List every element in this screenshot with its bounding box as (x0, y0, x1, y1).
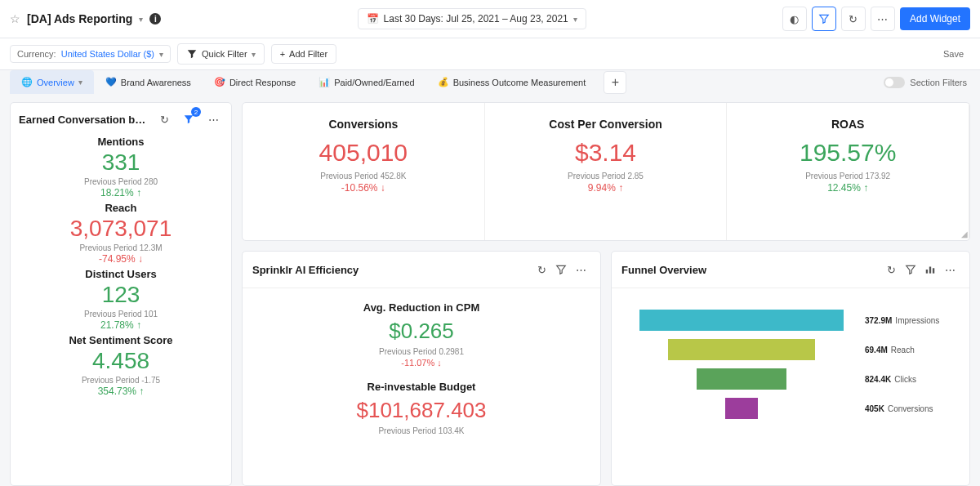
kpi-conversions: Conversions 405,010 Previous Period 452.… (243, 103, 485, 240)
funnel-icon (186, 48, 198, 60)
topbar-right: ◐ ↻ ⋯ Add Widget (782, 7, 970, 31)
chevron-down-icon: ▾ (78, 78, 82, 87)
card-body: 372.9MImpressions69.4MReach824.4KClicks4… (612, 288, 969, 485)
section-tabs: 🌐 Overview ▾ 💙 Brand Awareness 🎯 Direct … (0, 70, 980, 94)
funnel-icon (818, 13, 830, 25)
metric-reinvestable-budget: Re-investable Budget $101,687.403 Previo… (249, 374, 594, 442)
card-title: Earned Conversation by th... (19, 114, 149, 126)
funnel-overview-card: Funnel Overview ↻ ⋯ 372.9MImpressions69.… (611, 251, 970, 486)
card-filter-icon[interactable]: 2 (179, 109, 198, 129)
plus-icon: + (280, 49, 285, 59)
kpi-roas: ROAS 195.57% Previous Period 173.92 12.4… (727, 103, 969, 240)
funnel-bar (639, 310, 844, 331)
more-icon[interactable]: ⋯ (203, 109, 223, 129)
bottom-row: Sprinklr AI Efficiency ↻ ⋯ Avg. Reductio… (242, 251, 970, 486)
funnel-bar (697, 368, 786, 390)
favorite-star-icon[interactable]: ☆ (10, 12, 20, 25)
funnel-row: 69.4MReach (626, 339, 955, 360)
resize-handle-icon[interactable]: ◢ (961, 230, 968, 239)
card-header: Earned Conversation by th... ↻ 2 ⋯ (16, 109, 226, 134)
funnel-label: 69.4MReach (865, 346, 955, 354)
tab-direct-response[interactable]: 🎯 Direct Response (203, 70, 307, 94)
right-column: Conversions 405,010 Previous Period 452.… (242, 102, 970, 486)
svg-rect-0 (926, 270, 928, 274)
more-icon[interactable]: ⋯ (571, 260, 590, 279)
metric-net-sentiment: Net Sentiment Score 4.458 Previous Perio… (16, 332, 226, 399)
top-bar: ☆ [DA] Ads Reporting ▾ i 📅 Last 30 Days:… (0, 0, 980, 38)
funnel-bar (725, 398, 758, 419)
tab-business-outcome[interactable]: 💰 Business Outcome Measurement (426, 70, 598, 94)
add-widget-button[interactable]: Add Widget (900, 7, 970, 30)
save-button[interactable]: Save (937, 46, 970, 62)
currency-selector[interactable]: Currency: United States Dollar ($) ▾ (10, 45, 171, 63)
funnel-icon[interactable] (901, 260, 920, 279)
date-range-picker[interactable]: 📅 Last 30 Days: Jul 25, 2021 – Aug 23, 2… (358, 8, 586, 29)
funnel-row: 824.4KClicks (626, 368, 955, 390)
kpi-row: Conversions 405,010 Previous Period 452.… (242, 102, 970, 241)
globe-icon: 🌐 (21, 77, 33, 87)
refresh-icon[interactable]: ↻ (532, 260, 551, 279)
refresh-icon[interactable]: ↻ (881, 260, 901, 279)
funnel-label: 824.4KClicks (865, 375, 955, 384)
info-icon[interactable]: i (149, 13, 161, 25)
metric-distinct-users: Distinct Users 123 Previous Period 101 2… (16, 266, 226, 332)
more-icon[interactable]: ⋯ (940, 260, 960, 279)
chart-icon: 📊 (318, 77, 330, 87)
funnel-row: 405KConversions (626, 398, 955, 419)
tab-overview[interactable]: 🌐 Overview ▾ (10, 70, 94, 94)
currency-label: Currency: (17, 49, 56, 59)
funnel-bar (668, 339, 815, 360)
tab-paid-owned-earned[interactable]: 📊 Paid/Owned/Earned (307, 70, 425, 94)
funnel-label: 372.9MImpressions (865, 316, 955, 325)
dashboard-content: Earned Conversation by th... ↻ 2 ⋯ Menti… (0, 94, 980, 486)
currency-value: United States Dollar ($) (61, 49, 154, 59)
ai-efficiency-card: Sprinklr AI Efficiency ↻ ⋯ Avg. Reductio… (242, 251, 601, 486)
quick-filter-button[interactable]: Quick Filter ▾ (177, 43, 265, 65)
refresh-button[interactable]: ↻ (841, 7, 866, 31)
chevron-down-icon: ▾ (159, 50, 163, 59)
calendar-icon: 📅 (367, 13, 379, 25)
money-icon: 💰 (438, 77, 449, 87)
title-dropdown-icon[interactable]: ▾ (139, 15, 143, 24)
filter-toggle-button[interactable] (812, 7, 836, 31)
metric-mentions: Mentions 331 Previous Period 280 18.21% (16, 134, 226, 200)
funnel-label: 405KConversions (865, 404, 955, 413)
kpi-cost-per-conversion: Cost Per Conversion $3.14 Previous Perio… (485, 103, 728, 240)
metric-reach: Reach 3,073,071 Previous Period 12.3M -7… (16, 200, 226, 266)
metric-cpm-reduction: Avg. Reduction in CPM $0.265 Previous Pe… (249, 295, 594, 374)
funnel-chart: 372.9MImpressions69.4MReach824.4KClicks4… (618, 295, 963, 423)
heart-icon: 💙 (105, 77, 117, 87)
add-tab-button[interactable]: + (604, 71, 626, 94)
title-group: ☆ [DA] Ads Reporting ▾ i (10, 12, 161, 25)
card-body: Avg. Reduction in CPM $0.265 Previous Pe… (243, 288, 600, 485)
card-header: Funnel Overview ↻ ⋯ (612, 252, 969, 288)
dark-mode-toggle[interactable]: ◐ (782, 7, 807, 31)
more-menu-button[interactable]: ⋯ (871, 7, 895, 31)
page-title: [DA] Ads Reporting (27, 12, 132, 25)
date-range-text: Last 30 Days: Jul 25, 2021 – Aug 23, 202… (384, 13, 568, 25)
topbar-center: 📅 Last 30 Days: Jul 25, 2021 – Aug 23, 2… (167, 8, 776, 29)
chevron-down-icon: ▾ (573, 15, 577, 24)
target-icon: 🎯 (214, 77, 225, 87)
card-header: Sprinklr AI Efficiency ↻ ⋯ (243, 252, 600, 288)
funnel-row: 372.9MImpressions (626, 310, 955, 331)
svg-rect-1 (929, 267, 931, 274)
filter-bar: Currency: United States Dollar ($) ▾ Qui… (0, 38, 980, 70)
svg-rect-2 (933, 268, 934, 273)
refresh-icon[interactable]: ↻ (154, 109, 174, 129)
tab-brand-awareness[interactable]: 💙 Brand Awareness (94, 70, 203, 94)
chart-type-icon[interactable] (920, 260, 940, 279)
funnel-icon[interactable] (551, 260, 571, 279)
section-filters-toggle[interactable]: Section Filters (884, 77, 970, 88)
toggle-switch[interactable] (884, 77, 905, 88)
filter-count-badge: 2 (191, 107, 201, 117)
add-filter-button[interactable]: + Add Filter (271, 44, 337, 64)
earned-conversation-card: Earned Conversation by th... ↻ 2 ⋯ Menti… (10, 102, 232, 486)
chevron-down-icon: ▾ (252, 50, 256, 59)
